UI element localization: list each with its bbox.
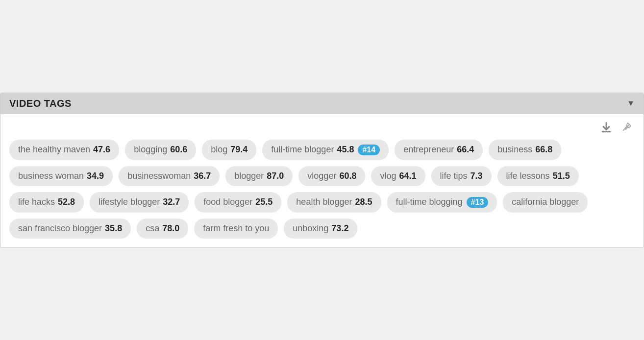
tag-name: health blogger xyxy=(296,197,352,207)
tag-name: life hacks xyxy=(18,197,55,207)
tag-item[interactable]: unboxing73.2 xyxy=(284,219,357,239)
tag-item[interactable]: full-time blogging#13 xyxy=(387,192,497,213)
tag-score: 36.7 xyxy=(194,171,211,181)
tag-score: 52.8 xyxy=(58,197,75,207)
tag-name: unboxing xyxy=(293,223,328,234)
tag-score: 66.8 xyxy=(535,145,552,155)
tag-score: 34.9 xyxy=(87,171,104,181)
tag-item[interactable]: life lessons51.5 xyxy=(497,166,579,186)
svg-line-6 xyxy=(623,128,625,130)
tag-item[interactable]: lifestyle blogger32.7 xyxy=(90,192,189,213)
tag-name: life tips xyxy=(440,171,468,181)
tag-name: vlog xyxy=(380,171,396,181)
tag-name: businesswoman xyxy=(127,171,191,181)
tag-score: 87.0 xyxy=(267,171,284,181)
tag-badge: #13 xyxy=(467,197,489,208)
tag-name: full-time blogging xyxy=(396,197,463,207)
tag-score: 51.5 xyxy=(553,171,570,181)
tag-item[interactable]: vlogger60.8 xyxy=(298,166,365,186)
tag-name: farm fresh to you xyxy=(203,223,269,234)
tag-score: 32.7 xyxy=(163,197,180,207)
tag-item[interactable]: blog79.4 xyxy=(202,140,256,160)
pin-icon[interactable] xyxy=(619,119,635,135)
download-icon[interactable] xyxy=(598,119,614,135)
tag-item[interactable]: full-time blogger45.8#14 xyxy=(262,140,389,160)
tags-container: the healthy maven47.6blogging60.6blog79.… xyxy=(0,135,644,247)
tag-name: food blogger xyxy=(203,197,252,207)
tag-score: 35.8 xyxy=(105,223,122,234)
tag-score: 7.3 xyxy=(471,171,483,181)
tag-name: lifestyle blogger xyxy=(99,197,160,207)
tag-item[interactable]: california blogger xyxy=(503,192,588,213)
tag-name: california blogger xyxy=(512,197,579,207)
tag-item[interactable]: farm fresh to you xyxy=(194,219,278,239)
widget-title: VIDEO TAGS xyxy=(9,98,72,109)
tag-name: vlogger xyxy=(307,171,336,181)
tag-badge: #14 xyxy=(358,145,380,155)
tag-name: blogger xyxy=(234,171,264,181)
tag-name: csa xyxy=(146,223,159,234)
tag-score: 25.5 xyxy=(255,197,272,207)
video-tags-widget: VIDEO TAGS ▼ the healthy maven47.6bloggi… xyxy=(0,93,644,248)
tag-name: san francisco blogger xyxy=(18,223,102,234)
tag-score: 60.6 xyxy=(170,145,187,155)
tag-score: 45.8 xyxy=(337,145,354,155)
tag-score: 28.5 xyxy=(355,197,372,207)
tag-item[interactable]: entrepreneur66.4 xyxy=(395,140,483,160)
tag-item[interactable]: businesswoman36.7 xyxy=(119,166,220,186)
tag-item[interactable]: csa78.0 xyxy=(137,219,188,239)
tag-score: 64.1 xyxy=(399,171,416,181)
tag-item[interactable]: life tips7.3 xyxy=(431,166,492,186)
tag-item[interactable]: blogger87.0 xyxy=(225,166,293,186)
tag-item[interactable]: health blogger28.5 xyxy=(287,192,381,213)
tag-item[interactable]: san francisco blogger35.8 xyxy=(9,219,131,239)
tag-name: blog xyxy=(211,145,227,155)
widget-header: VIDEO TAGS ▼ xyxy=(0,93,644,114)
tag-item[interactable]: business woman34.9 xyxy=(9,166,113,186)
tag-name: business xyxy=(497,145,532,155)
tag-name: full-time blogger xyxy=(271,145,334,155)
tag-name: life lessons xyxy=(506,171,550,181)
toolbar xyxy=(0,114,644,135)
tag-name: entrepreneur xyxy=(403,145,454,155)
tag-score: 66.4 xyxy=(457,145,474,155)
tag-item[interactable]: life hacks52.8 xyxy=(9,192,84,213)
tag-score: 79.4 xyxy=(230,145,248,155)
tag-name: blogging xyxy=(134,145,167,155)
tag-score: 78.0 xyxy=(162,223,179,234)
tag-item[interactable]: the healthy maven47.6 xyxy=(9,140,119,160)
tag-name: the healthy maven xyxy=(18,145,90,155)
tag-score: 73.2 xyxy=(331,223,348,234)
tag-score: 60.8 xyxy=(339,171,356,181)
tag-name: business woman xyxy=(18,171,84,181)
tag-score: 47.6 xyxy=(93,145,110,155)
tag-item[interactable]: vlog64.1 xyxy=(371,166,425,186)
tag-item[interactable]: blogging60.6 xyxy=(125,140,196,160)
tag-item[interactable]: food blogger25.5 xyxy=(195,192,281,213)
collapse-chevron-icon[interactable]: ▼ xyxy=(627,99,635,108)
tag-item[interactable]: business66.8 xyxy=(489,140,561,160)
